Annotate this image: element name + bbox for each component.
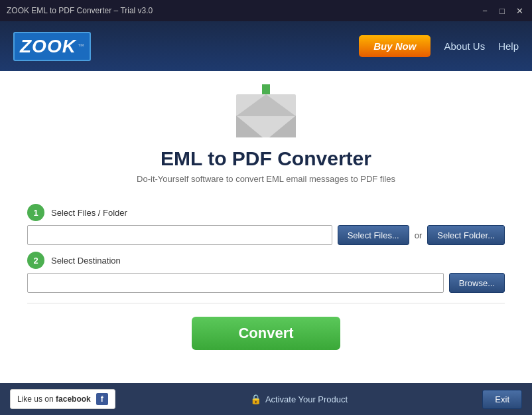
logo-box: ZOOK ™ [13, 32, 91, 61]
nav-right: Buy Now About Us Help [359, 35, 519, 57]
footer: Like us on facebook f 🔒 Activate Your Pr… [0, 383, 532, 415]
minimize-button[interactable]: − [479, 5, 491, 17]
lock-icon: 🔒 [250, 394, 261, 404]
or-text: or [415, 230, 423, 240]
step2-group: 2 Select Destination Browse... [27, 252, 505, 293]
header: ZOOK ™ Buy Now About Us Help [0, 21, 532, 71]
logo-text: ZOOK [20, 36, 76, 57]
like-us-text: Like us on facebook [17, 394, 91, 404]
envelope-bottom-right [269, 116, 296, 137]
help-link[interactable]: Help [498, 41, 519, 52]
form-area: 1 Select Files / Folder Select Files... … [27, 204, 505, 350]
buy-now-button[interactable]: Buy Now [359, 35, 431, 57]
step1-label-row: 1 Select Files / Folder [27, 204, 505, 221]
facebook-text: facebook [56, 394, 91, 404]
facebook-icon: f [96, 393, 108, 405]
logo-tm: ™ [78, 42, 84, 50]
step2-input-row: Browse... [27, 273, 505, 293]
about-us-link[interactable]: About Us [444, 41, 485, 52]
step1-label: Select Files / Folder [51, 208, 127, 218]
converter-title: EML to PDF Converter [161, 147, 371, 170]
activate-area[interactable]: 🔒 Activate Your Product [250, 394, 348, 404]
select-files-input[interactable] [27, 225, 332, 245]
convert-button[interactable]: Convert [192, 317, 340, 350]
envelope-flap [236, 94, 296, 116]
title-bar-controls: − □ ✕ [479, 5, 525, 17]
close-button[interactable]: ✕ [513, 5, 525, 17]
step2-badge: 2 [27, 252, 44, 269]
converter-subtitle: Do-it-Yourself software to convert EML e… [137, 174, 395, 184]
exit-button[interactable]: Exit [482, 390, 522, 409]
facebook-button[interactable]: Like us on facebook f [10, 389, 115, 409]
envelope-bottom-left [236, 116, 263, 137]
activate-text: Activate Your Product [265, 394, 348, 404]
convert-button-wrap: Convert [27, 313, 505, 350]
select-files-button[interactable]: Select Files... [338, 225, 409, 245]
destination-input[interactable] [27, 273, 444, 293]
step1-badge: 1 [27, 204, 44, 221]
divider [27, 303, 505, 303]
logo: ZOOK ™ [13, 32, 91, 61]
select-folder-button[interactable]: Select Folder... [427, 225, 505, 245]
step2-label: Select Destination [51, 256, 121, 266]
browse-button[interactable]: Browse... [449, 273, 505, 293]
title-bar-text: ZOOK EML to PDF Converter – Trial v3.0 [7, 6, 153, 15]
main-content: EML to PDF Converter Do-it-Yourself soft… [0, 71, 532, 383]
hero-icon [236, 84, 296, 137]
maximize-button[interactable]: □ [496, 5, 508, 17]
step1-input-row: Select Files... or Select Folder... [27, 225, 505, 245]
title-bar: ZOOK EML to PDF Converter – Trial v3.0 −… [0, 0, 532, 21]
step2-label-row: 2 Select Destination [27, 252, 505, 269]
step1-group: 1 Select Files / Folder Select Files... … [27, 204, 505, 245]
